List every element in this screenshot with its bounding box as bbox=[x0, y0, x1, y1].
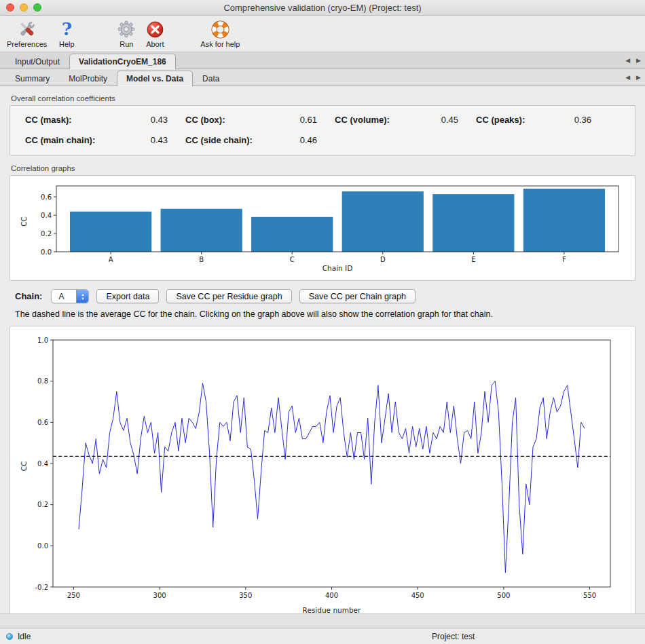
correlation-graphs-section-title: Correlation graphs bbox=[11, 164, 635, 172]
subtab-scroll-controls: ◀ ▶ bbox=[625, 69, 641, 86]
save-cc-per-chain-button[interactable]: Save CC per Chain graph bbox=[299, 289, 416, 303]
title-bar: Comprehensive validation (cryo-EM) (Proj… bbox=[0, 0, 645, 16]
chain-select-value: A bbox=[58, 292, 64, 301]
main-toolbar: Preferences ? Help Run bbox=[0, 16, 645, 52]
stat-label: CC (side chain): bbox=[185, 135, 261, 145]
chain-select-stepper-icon: ▲ ▼ bbox=[76, 290, 88, 303]
status-bar: Idle Project: test bbox=[0, 628, 645, 644]
svg-text:0.4: 0.4 bbox=[37, 460, 48, 468]
minimize-button[interactable] bbox=[20, 3, 28, 12]
svg-text:300: 300 bbox=[153, 592, 166, 599]
svg-text:F: F bbox=[562, 256, 566, 263]
svg-text:CC: CC bbox=[20, 461, 28, 472]
svg-text:0.0: 0.0 bbox=[41, 248, 52, 256]
preferences-button[interactable]: Preferences bbox=[7, 19, 47, 48]
chain-select[interactable]: A ▲ ▼ bbox=[51, 289, 89, 303]
preferences-tools-icon bbox=[17, 19, 37, 39]
tab-scroll-right-icon[interactable]: ▶ bbox=[636, 57, 641, 64]
cc-per-chain-chart-panel: 0.00.20.40.6ABCDEFChain IDCC bbox=[10, 175, 635, 281]
ask-for-help-button[interactable]: Ask for help bbox=[200, 19, 240, 48]
svg-text:CC: CC bbox=[20, 216, 28, 227]
svg-text:500: 500 bbox=[497, 592, 510, 599]
svg-text:550: 550 bbox=[583, 592, 596, 599]
stat-label: CC (peaks): bbox=[476, 115, 536, 125]
tab-input-output[interactable]: Input/Output bbox=[5, 54, 69, 69]
zoom-button[interactable] bbox=[33, 3, 41, 12]
svg-text:0.0: 0.0 bbox=[37, 542, 48, 550]
stat-label: CC (volume): bbox=[335, 115, 403, 125]
svg-text:Chain ID: Chain ID bbox=[322, 264, 353, 272]
app-window: Comprehensive validation (cryo-EM) (Proj… bbox=[0, 0, 645, 644]
cc-per-residue-line-chart: -0.20.00.20.40.60.81.0250300350400450500… bbox=[16, 330, 627, 618]
svg-text:1.0: 1.0 bbox=[37, 337, 48, 344]
stat-label: CC (mask): bbox=[25, 115, 112, 125]
svg-text:0.6: 0.6 bbox=[37, 419, 48, 426]
svg-text:0.2: 0.2 bbox=[37, 501, 48, 508]
cc-per-residue-chart-panel: -0.20.00.20.40.60.81.0250300350400450500… bbox=[10, 326, 635, 626]
abort-button[interactable]: Abort bbox=[145, 19, 165, 48]
svg-text:0.4: 0.4 bbox=[41, 212, 52, 219]
close-button[interactable] bbox=[6, 3, 14, 12]
tab-model-vs-data[interactable]: Model vs. Data bbox=[117, 71, 193, 86]
dashed-line-note: The dashed line is the average CC for th… bbox=[15, 309, 634, 319]
primary-tab-bar: Input/Output ValidationCryoEM_186 ◀ ▶ bbox=[0, 52, 645, 69]
svg-text:C: C bbox=[290, 256, 295, 263]
save-cc-per-residue-button[interactable]: Save CC per Residue graph bbox=[166, 289, 291, 303]
overall-cc-grid: CC (mask): 0.43 CC (box): 0.61 CC (volum… bbox=[25, 115, 635, 145]
subtab-scroll-right-icon[interactable]: ▶ bbox=[636, 74, 641, 81]
stat-value: 0.43 bbox=[130, 135, 168, 145]
svg-text:D: D bbox=[380, 256, 386, 263]
stat-value: 0.46 bbox=[279, 135, 317, 145]
chain-label: Chain: bbox=[15, 291, 42, 301]
overall-cc-panel: CC (mask): 0.43 CC (box): 0.61 CC (volum… bbox=[10, 105, 635, 156]
project-label: Project: test bbox=[432, 632, 475, 641]
run-button[interactable]: Run bbox=[116, 19, 136, 48]
stat-value: 0.45 bbox=[420, 115, 458, 125]
tab-validationcryoem-186[interactable]: ValidationCryoEM_186 bbox=[69, 54, 176, 69]
svg-text:A: A bbox=[109, 256, 113, 263]
tab-scroll-controls: ◀ ▶ bbox=[625, 52, 641, 69]
window-controls bbox=[6, 3, 41, 12]
tab-scroll-left-icon[interactable]: ◀ bbox=[625, 57, 630, 64]
svg-text:400: 400 bbox=[325, 592, 338, 599]
tab-summary[interactable]: Summary bbox=[5, 71, 59, 86]
run-gear-icon bbox=[116, 19, 136, 39]
ask-for-help-lifering-icon bbox=[210, 19, 230, 39]
svg-text:-0.2: -0.2 bbox=[35, 584, 48, 591]
stat-label: CC (box): bbox=[185, 115, 261, 125]
stat-value: 0.61 bbox=[279, 115, 317, 125]
svg-text:450: 450 bbox=[411, 592, 424, 599]
preferences-label: Preferences bbox=[7, 40, 47, 48]
abort-label: Abort bbox=[146, 40, 164, 48]
ask-for-help-label: Ask for help bbox=[200, 40, 240, 48]
chain-controls-row: Chain: A ▲ ▼ Export data Save CC per Res… bbox=[15, 289, 634, 303]
abort-cross-icon bbox=[145, 19, 165, 39]
svg-text:0.6: 0.6 bbox=[41, 193, 52, 201]
svg-text:0.2: 0.2 bbox=[41, 230, 52, 238]
svg-text:0.8: 0.8 bbox=[37, 377, 48, 385]
status-text: Idle bbox=[18, 632, 31, 641]
help-label: Help bbox=[59, 40, 75, 48]
svg-text:250: 250 bbox=[67, 592, 80, 599]
tab-data[interactable]: Data bbox=[193, 71, 229, 86]
bottom-strip bbox=[0, 613, 645, 628]
svg-text:B: B bbox=[199, 256, 204, 263]
export-data-button[interactable]: Export data bbox=[96, 289, 159, 303]
subtab-scroll-left-icon[interactable]: ◀ bbox=[625, 74, 630, 81]
tab-molprobity[interactable]: MolProbity bbox=[59, 71, 117, 86]
secondary-tab-bar: Summary MolProbity Model vs. Data Data ◀… bbox=[0, 69, 645, 86]
svg-text:350: 350 bbox=[239, 592, 252, 599]
stat-value: 0.36 bbox=[553, 115, 591, 125]
window-title: Comprehensive validation (cryo-EM) (Proj… bbox=[0, 3, 645, 13]
stat-value: 0.43 bbox=[130, 115, 168, 125]
cc-per-chain-bar-chart[interactable]: 0.00.20.40.6ABCDEFChain IDCC bbox=[16, 180, 627, 273]
stat-label: CC (main chain): bbox=[25, 135, 112, 145]
model-vs-data-panel: Overall correlation coefficients CC (mas… bbox=[0, 86, 645, 626]
run-label: Run bbox=[119, 40, 133, 48]
overall-cc-section-title: Overall correlation coefficients bbox=[11, 94, 635, 102]
svg-text:E: E bbox=[471, 256, 475, 263]
help-question-icon: ? bbox=[56, 19, 77, 39]
help-button[interactable]: ? Help bbox=[56, 19, 77, 48]
status-idle-icon bbox=[6, 633, 13, 640]
